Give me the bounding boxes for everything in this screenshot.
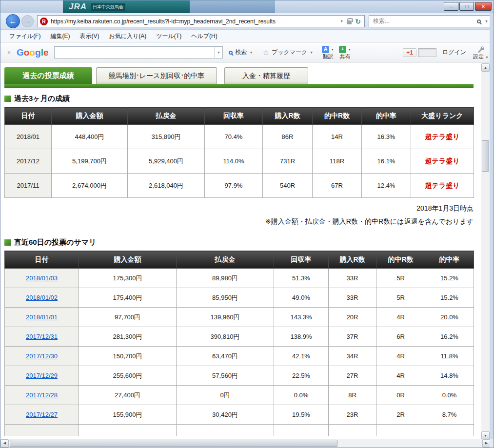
- value-cell: 51.3%: [274, 269, 329, 288]
- share-button[interactable]: + ▼ 共有: [339, 46, 351, 59]
- value-cell: 4R: [376, 366, 425, 386]
- date-link[interactable]: 2017/12/28: [26, 391, 58, 399]
- date-cell: 2018/01: [5, 125, 52, 149]
- value-cell: 731R: [263, 149, 313, 174]
- horizontal-scrollbar-thumb[interactable]: [10, 440, 337, 447]
- daily-summary-table: 日付購入金額払戻金回収率購入R数的中R数的中率2018/01/03175,300…: [4, 251, 474, 436]
- value-cell: 0円: [177, 386, 274, 405]
- search-dropdown-icon[interactable]: ▼: [485, 19, 488, 23]
- value-cell: 0.0%: [274, 386, 329, 405]
- date-link[interactable]: 2017/12/30: [26, 352, 58, 360]
- translate-label: 翻訳: [323, 54, 334, 59]
- value-cell: 20.0%: [425, 308, 474, 327]
- toolbar-close-icon[interactable]: ×: [7, 49, 11, 56]
- value-cell: 14.8%: [425, 366, 474, 386]
- as-of-date: 2018年1月3日時点: [4, 204, 474, 213]
- vertical-scrollbar-thumb[interactable]: [482, 140, 489, 172]
- minimize-button[interactable]: –: [444, 2, 458, 11]
- date-link[interactable]: 2018/01/01: [26, 313, 58, 321]
- date-cell: 2017/12/29: [5, 366, 79, 386]
- toolbar-search-button[interactable]: 検索 ▼: [225, 46, 257, 59]
- settings-button[interactable]: 設定 ▼: [473, 46, 489, 59]
- menu-item-3[interactable]: お気に入り(A): [109, 32, 146, 40]
- maximize-button[interactable]: □: [459, 2, 474, 11]
- login-link[interactable]: ログイン: [442, 48, 466, 57]
- column-header: 回収率: [205, 107, 263, 125]
- scroll-left-button[interactable]: ◀: [0, 439, 9, 448]
- value-cell: 150,700円: [79, 347, 177, 366]
- translate-button[interactable]: A ▼ 翻訳: [322, 46, 334, 59]
- search-icon: [229, 51, 233, 55]
- date-cell: 2017/12/28: [5, 386, 79, 405]
- date-link[interactable]: 2017/12/29: [26, 372, 58, 379]
- date-link[interactable]: 2018/01/02: [26, 294, 58, 301]
- menu-item-0[interactable]: ファイル(F): [9, 32, 40, 40]
- date-link[interactable]: 2018/01/03: [26, 274, 58, 282]
- date-link[interactable]: 2017/12/27: [26, 411, 58, 418]
- table-cell: [274, 425, 329, 436]
- search-icon[interactable]: [477, 19, 481, 23]
- value-cell: 15.2%: [425, 269, 474, 288]
- value-cell: 70.4%: [205, 125, 263, 149]
- scrollbar-corner: [490, 439, 494, 448]
- toolbar-search-input[interactable]: ▼: [54, 46, 223, 58]
- background-page-header: JRA 日本中央競馬会: [63, 0, 190, 13]
- menu-item-4[interactable]: ツール(T): [156, 32, 181, 40]
- jra-logo: JRA: [69, 2, 87, 12]
- value-cell: 540R: [263, 174, 313, 198]
- horizontal-scrollbar[interactable]: ◀ ▶: [0, 439, 491, 448]
- google-logo: Google: [17, 47, 48, 58]
- value-cell: 138.9%: [274, 327, 329, 347]
- green-bullet-icon: [4, 96, 11, 102]
- tab-1[interactable]: 競馬場別･レース別回収･的中率: [96, 67, 217, 84]
- scroll-up-button[interactable]: ▲: [481, 63, 490, 72]
- note-text: ※購入金額・払戻金・購入R数・的中R数には返還を含んでおります: [4, 217, 474, 226]
- value-cell: 67R: [313, 174, 362, 198]
- accent-bar: [4, 84, 474, 88]
- close-button[interactable]: ×: [475, 2, 492, 11]
- column-header: 払戻金: [128, 107, 205, 125]
- table-row: 2018/01/03175,300円89,980円51.3%33R5R15.2%: [5, 269, 474, 288]
- column-header: 大盛りランク: [411, 107, 474, 125]
- page-content: 過去の投票成績競馬場別･レース別回収･的中率入金・精算履歴 過去3ヶ月の成績 日…: [0, 62, 482, 436]
- date-cell: 2018/01/01: [5, 308, 79, 327]
- column-header: 日付: [5, 107, 52, 125]
- refresh-icon[interactable]: ↻: [355, 18, 361, 25]
- value-cell: 8R: [329, 386, 376, 405]
- address-dropdown-icon[interactable]: ▼: [340, 19, 343, 23]
- bookmarks-button[interactable]: ☆ ブックマーク ▼: [258, 46, 317, 59]
- window-controls: – □ ×: [444, 2, 492, 11]
- google-toolbar: × Google ▼ 検索 ▼ ☆ ブックマーク ▼ A ▼ 翻訳 + ▼: [0, 42, 494, 62]
- plus-one-button[interactable]: +1: [403, 48, 416, 57]
- column-header: 購入金額: [79, 251, 177, 269]
- vertical-scrollbar[interactable]: ▲ ▼: [481, 63, 490, 440]
- section1-title: 過去3ヶ月の成績: [14, 94, 70, 103]
- value-cell: 12.4%: [362, 174, 411, 198]
- menu-item-5[interactable]: ヘルプ(H): [191, 32, 217, 40]
- table-cell: [177, 425, 274, 436]
- plus-one-count-box: [418, 48, 436, 57]
- plus-one-widget[interactable]: +1: [403, 48, 436, 57]
- value-cell: 20R: [329, 308, 376, 327]
- browser-window: JRA 日本中央競馬会 – □ × ← → R https://my.keiba…: [0, 0, 494, 448]
- url-text[interactable]: https://my.keiba.rakuten.co.jp/recent_re…: [51, 18, 336, 25]
- browser-search-box[interactable]: 検索... ▼: [369, 15, 492, 27]
- menu-item-2[interactable]: 表示(V): [79, 32, 99, 40]
- forward-button[interactable]: →: [21, 15, 34, 27]
- value-cell: 143.3%: [274, 308, 329, 327]
- value-cell: 22.5%: [274, 366, 329, 386]
- menu-item-1[interactable]: 編集(E): [50, 32, 70, 40]
- value-cell: 139,960円: [177, 308, 274, 327]
- rank-cell: 超テラ盛り: [411, 149, 474, 174]
- tab-0[interactable]: 過去の投票成績: [4, 67, 92, 84]
- value-cell: 63,470円: [177, 347, 274, 366]
- menu-bar: ファイル(F)編集(E)表示(V)お気に入り(A)ツール(T)ヘルプ(H): [0, 30, 494, 42]
- date-link[interactable]: 2017/12/31: [26, 333, 58, 340]
- input-dropdown-icon[interactable]: ▼: [214, 47, 222, 58]
- back-button[interactable]: ←: [6, 14, 20, 28]
- address-bar[interactable]: R https://my.keiba.rakuten.co.jp/recent_…: [37, 15, 365, 27]
- value-cell: 49.0%: [274, 288, 329, 308]
- chevron-down-icon: ▼: [485, 56, 489, 59]
- tab-2[interactable]: 入金・精算履歴: [224, 67, 308, 84]
- title-bar: JRA 日本中央競馬会 – □ ×: [0, 0, 494, 13]
